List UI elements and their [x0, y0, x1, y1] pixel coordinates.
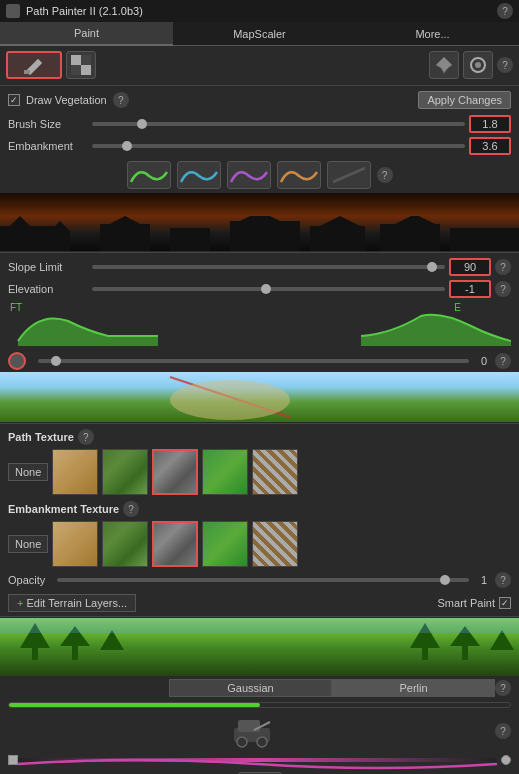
path-texture-4[interactable]	[202, 449, 248, 495]
slope-limit-slider[interactable]	[92, 265, 445, 269]
elevation-bottom-value: 0	[481, 355, 487, 367]
embankment-texture-3[interactable]	[152, 521, 198, 567]
svg-rect-11	[40, 231, 70, 251]
embankment-texture-2[interactable]	[102, 521, 148, 567]
stroke-help[interactable]: ?	[377, 167, 393, 183]
slope-limit-row: Slope Limit 90 ?	[0, 256, 519, 278]
svg-rect-16	[230, 221, 300, 251]
circle-handle[interactable]	[8, 352, 26, 370]
svg-rect-33	[422, 648, 428, 660]
toolbar-help[interactable]: ?	[497, 57, 513, 73]
embankment-texture-1[interactable]	[52, 521, 98, 567]
preview-strip-bottom	[0, 618, 519, 676]
elevation-help[interactable]: ?	[495, 281, 511, 297]
embankment-texture-5[interactable]	[252, 521, 298, 567]
slope-limit-value[interactable]: 90	[449, 258, 491, 276]
tab-more[interactable]: More...	[346, 22, 519, 46]
brush-size-value[interactable]: 1.8	[469, 115, 511, 133]
path-texture-1[interactable]	[52, 449, 98, 495]
svg-rect-35	[462, 646, 468, 660]
opacity-help[interactable]: ?	[495, 572, 511, 588]
apply-changes-button[interactable]: Apply Changes	[418, 91, 511, 109]
path-texture-3[interactable]	[152, 449, 198, 495]
opacity-slider[interactable]	[57, 578, 469, 582]
stroke-curve-green[interactable]	[127, 161, 171, 189]
svg-rect-39	[238, 720, 260, 732]
embankment-label: Embankment	[8, 140, 88, 152]
graph-row: FT E	[0, 300, 519, 350]
gaussian-button[interactable]: Gaussian	[169, 679, 332, 697]
pink-slider-handle-left[interactable]	[8, 755, 18, 765]
tab-paint[interactable]: Paint	[0, 22, 173, 46]
path-texture-2[interactable]	[102, 449, 148, 495]
pink-slider-handle-right[interactable]	[501, 755, 511, 765]
svg-rect-18	[310, 226, 365, 251]
title-help-button[interactable]: ?	[497, 3, 513, 19]
slope-help[interactable]: ?	[495, 259, 511, 275]
embankment-texture-title: Embankment Texture	[8, 503, 119, 515]
brush-size-row: Brush Size 1.8	[0, 113, 519, 135]
gaussian-perlin-row: Gaussian Perlin ?	[0, 676, 519, 700]
green-slider-row	[0, 700, 519, 710]
svg-rect-0	[24, 70, 30, 74]
elevation-bottom-slider[interactable]	[38, 359, 469, 363]
stroke-curve-purple[interactable]	[227, 161, 271, 189]
svg-point-41	[257, 737, 267, 747]
svg-rect-13	[100, 224, 150, 251]
tab-bar: Paint MapScaler More...	[0, 22, 519, 46]
embankment-texture-4[interactable]	[202, 521, 248, 567]
slope-limit-label: Slope Limit	[8, 261, 88, 273]
opacity-row: Opacity 1 ?	[0, 569, 519, 591]
svg-line-7	[333, 168, 365, 182]
draw-vegetation-checkbox[interactable]	[8, 94, 20, 106]
path-texture-title: Path Texture	[8, 431, 74, 443]
embankment-value[interactable]: 3.6	[469, 137, 511, 155]
svg-rect-1	[71, 55, 81, 65]
app-icon	[6, 4, 20, 18]
opacity-label: Opacity	[8, 574, 45, 586]
green-slider[interactable]	[8, 702, 511, 708]
embankment-texture-help[interactable]: ?	[123, 501, 139, 517]
stroke-row: ?	[0, 157, 519, 193]
vehicle-help[interactable]: ?	[495, 723, 511, 739]
app-title: Path Painter II (2.1.0b3)	[26, 5, 143, 17]
tool-stamp[interactable]	[463, 51, 493, 79]
tool-checker[interactable]	[66, 51, 96, 79]
elevation-slider[interactable]	[92, 287, 445, 291]
tab-mapscaler[interactable]: MapScaler	[173, 22, 346, 46]
svg-point-25	[170, 380, 290, 420]
edit-terrain-button[interactable]: + Edit Terrain Layers...	[8, 594, 136, 612]
path-texture-5[interactable]	[252, 449, 298, 495]
elevation-label: Elevation	[8, 283, 88, 295]
draw-vegetation-help[interactable]: ?	[113, 92, 129, 108]
pink-slider-track[interactable]	[18, 758, 497, 762]
svg-rect-20	[380, 224, 440, 251]
path-texture-row: None	[0, 447, 519, 497]
elevation-bottom-row: 0 ?	[0, 350, 519, 372]
draw-vegetation-label: Draw Vegetation	[26, 94, 107, 106]
smart-paint-checkbox[interactable]	[499, 597, 511, 609]
stroke-curve-orange[interactable]	[277, 161, 321, 189]
tool-brush[interactable]	[6, 51, 62, 79]
svg-rect-22	[450, 228, 519, 251]
perlin-button[interactable]: Perlin	[332, 679, 495, 697]
stroke-curve-blue[interactable]	[177, 161, 221, 189]
brush-size-slider[interactable]	[92, 122, 465, 126]
embankment-texture-none[interactable]: None	[8, 535, 48, 553]
tool-feather[interactable]	[429, 51, 459, 79]
elevation-bottom-help[interactable]: ?	[495, 353, 511, 369]
stroke-line-dark[interactable]	[327, 161, 371, 189]
title-bar: Path Painter II (2.1.0b3) ?	[0, 0, 519, 22]
path-texture-none[interactable]: None	[8, 463, 48, 481]
embankment-row: Embankment 3.6	[0, 135, 519, 157]
panorama-strip	[0, 193, 519, 251]
pink-slider-row	[0, 752, 519, 768]
opacity-value: 1	[481, 574, 487, 586]
embankment-slider[interactable]	[92, 144, 465, 148]
elevation-value[interactable]: -1	[449, 280, 491, 298]
path-texture-header: Path Texture ?	[0, 425, 519, 447]
embankment-texture-header: Embankment Texture ?	[0, 497, 519, 519]
brush-size-label: Brush Size	[8, 118, 88, 130]
noise-help[interactable]: ?	[495, 680, 511, 696]
path-texture-help[interactable]: ?	[78, 429, 94, 445]
